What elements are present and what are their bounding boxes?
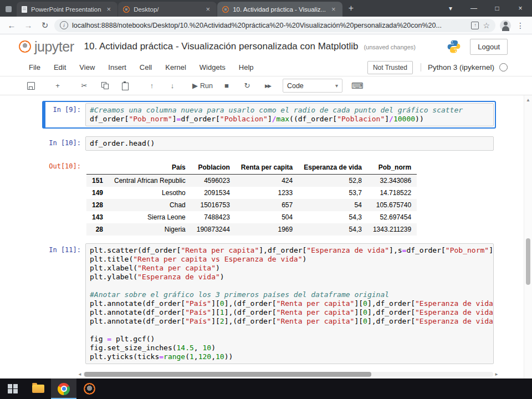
maximize-button[interactable]: □ (485, 0, 509, 17)
chrome-taskbar-button[interactable] (51, 378, 76, 399)
restart-run-all-button[interactable]: ▶▶ (259, 80, 277, 92)
browser-menu-icon[interactable]: ⋮ (513, 21, 528, 30)
table-cell: 7488423 (191, 211, 236, 223)
scroll-up-icon[interactable]: ▲ (524, 95, 532, 103)
row-index: 149 (86, 187, 109, 199)
restart-kernel-button[interactable]: ↻ (238, 80, 256, 92)
kernel-status-icon (499, 63, 508, 71)
code-line: plt.ylabel("Esperanza de vida") (90, 273, 489, 282)
copy-cell-button[interactable] (96, 80, 114, 92)
vertical-scroll-thumb[interactable] (526, 238, 530, 285)
menu-file[interactable]: File (22, 63, 47, 71)
menu-view[interactable]: View (73, 63, 101, 71)
menu-edit[interactable]: Edit (47, 63, 73, 71)
table-cell: 54 (298, 199, 367, 211)
code-cell-in11[interactable]: In [11]: plt.scatter(df_order["Renta per… (42, 241, 496, 366)
table-cell: 14.718522 (367, 187, 417, 199)
tab-close-icon[interactable]: × (105, 5, 113, 13)
column-header: Poblacion (191, 161, 236, 175)
horizontal-scrollbar[interactable]: ◄ ► (78, 371, 499, 377)
tab-list-chevron-icon[interactable]: ▾ (439, 0, 462, 17)
table-cell: 190873244 (191, 223, 236, 236)
vertical-scrollbar[interactable]: ▲ (524, 95, 532, 378)
tab-close-icon[interactable]: × (330, 5, 337, 13)
restart-icon: ↻ (244, 81, 250, 90)
menu-kernel[interactable]: Kernel (158, 63, 193, 71)
code-cell-in9[interactable]: In [9]: #Creamos una columna nueva para … (42, 101, 496, 129)
chrome-icon (58, 383, 70, 395)
table-cell: 4596023 (191, 175, 236, 187)
site-info-icon[interactable]: i (60, 21, 68, 29)
jupyter-logo-icon (19, 40, 31, 53)
bookmark-star-icon[interactable]: ☆ (483, 21, 490, 30)
refresh-icon[interactable]: ↻ (38, 21, 52, 30)
file-explorer-button[interactable] (25, 378, 51, 399)
browser-tab[interactable]: Desktop/× (118, 2, 217, 17)
down-arrow-icon: ↓ (171, 81, 175, 90)
table-cell: Sierra Leone (109, 211, 191, 223)
add-icon: + (55, 81, 60, 90)
start-button[interactable] (0, 378, 25, 399)
share-icon[interactable]: ↑ (471, 22, 479, 29)
run-label: Run (200, 82, 213, 90)
column-header: Pob_norm (367, 161, 417, 175)
table-cell: 53,7 (298, 187, 367, 199)
run-icon: ▶ (192, 81, 198, 90)
logout-button[interactable]: Logout (470, 39, 508, 55)
run-button[interactable]: ▶ Run (190, 80, 215, 92)
table-row: 143Sierra Leone748842350454,352.697454 (86, 211, 417, 223)
minimize-button[interactable]: — (462, 0, 485, 17)
tab-close-icon[interactable]: × (204, 5, 212, 13)
output-prompt: Out[10]: (47, 160, 85, 236)
output-cell-out10: Out[10]: PaísPoblacionRenta per capitaEs… (47, 160, 496, 236)
code-editor[interactable]: df_order.head() (85, 136, 494, 151)
paste-icon (122, 83, 129, 90)
code-cell-in10[interactable]: In [10]: df_order.head() (42, 134, 496, 153)
fast-forward-icon: ▶▶ (265, 83, 270, 89)
url-text[interactable]: localhost:8888/notebooks/Desktop/10.%20A… (72, 22, 467, 29)
forward-icon[interactable]: → (21, 21, 35, 30)
scroll-left-icon[interactable]: ◄ (78, 372, 82, 377)
cut-cell-button[interactable]: ✂ (75, 80, 93, 92)
back-icon[interactable]: ← (4, 21, 19, 30)
paste-cell-button[interactable] (116, 80, 134, 92)
horizontal-scroll-thumb[interactable] (84, 372, 371, 377)
move-cell-down-button[interactable]: ↓ (163, 80, 181, 92)
add-cell-button[interactable]: + (49, 80, 66, 92)
save-button[interactable] (22, 80, 40, 92)
new-tab-button[interactable]: + (343, 3, 359, 17)
code-line: plt.scatter(df_order["Renta per capita"]… (90, 246, 489, 255)
cell-type-select[interactable]: Code ▾ (283, 79, 342, 93)
trust-status-button[interactable]: Not Trusted (367, 61, 413, 74)
tab-title: 10. Actividad práctica - Visualiz... (233, 6, 326, 13)
notebook-title[interactable]: 10. Actividad práctica - Visualización p… (84, 41, 359, 52)
jupyter-logo[interactable]: jupyter (19, 39, 74, 55)
menu-widgets[interactable]: Widgets (193, 63, 232, 71)
code-editor[interactable]: plt.scatter(df_order["Renta per capita"]… (85, 243, 494, 364)
move-cell-up-button[interactable]: ↑ (143, 80, 161, 92)
command-palette-button[interactable]: ⌨ (349, 80, 366, 92)
address-bar[interactable]: i localhost:8888/notebooks/Desktop/10.%2… (54, 19, 495, 32)
interrupt-kernel-button[interactable]: ■ (218, 80, 236, 92)
keyboard-icon: ⌨ (351, 81, 364, 91)
table-row: 151Central African Republic459602342452,… (86, 175, 417, 187)
menu-insert[interactable]: Insert (101, 63, 133, 71)
code-line: fig.set_size_inches(14.5, 10) (90, 344, 489, 352)
stop-icon: ■ (224, 81, 229, 90)
table-cell: 54,3 (298, 223, 367, 236)
jupyter-icon (84, 383, 95, 395)
windows-taskbar (0, 378, 532, 399)
close-window-button[interactable]: × (509, 0, 532, 17)
scroll-right-icon[interactable]: ► (494, 372, 499, 377)
jupyter-taskbar-button[interactable] (76, 378, 102, 399)
menu-cell[interactable]: Cell (133, 63, 158, 71)
kernel-name: Python 3 (ipykernel) (428, 63, 494, 71)
browser-tab[interactable]: PowerPoint Presentation× (17, 2, 117, 17)
chevron-down-icon: ▾ (335, 83, 338, 89)
code-editor[interactable]: #Creamos una columna nueva para usarlo c… (85, 103, 494, 126)
profile-avatar[interactable] (500, 20, 511, 31)
table-row: 128Chad1501675365754105.675740 (86, 199, 417, 211)
code-line (90, 326, 489, 335)
menu-help[interactable]: Help (232, 63, 260, 71)
browser-tab[interactable]: 10. Actividad práctica - Visualiz...× (217, 2, 342, 17)
